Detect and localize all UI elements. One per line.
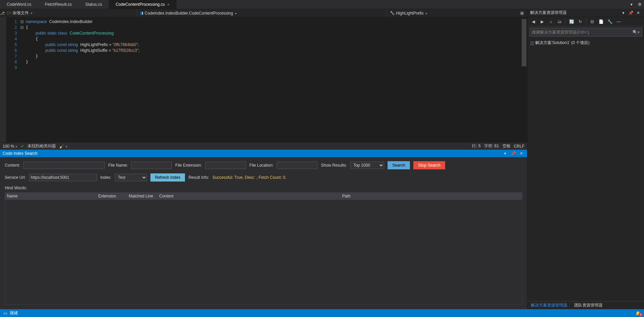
eol-mode[interactable]: CRLF (514, 144, 524, 149)
code-editor[interactable]: 123456789 ⊟⊟ namespace CodeIndex.IndexBu… (0, 17, 527, 142)
dropdown-icon[interactable]: ▾ (628, 1, 635, 7)
refresh-icon[interactable]: ↻ (577, 18, 584, 25)
member-dropdown[interactable]: HighLightPrefix (396, 11, 427, 16)
stop-search-button[interactable]: Stop Search (413, 161, 445, 169)
editor-status-bar: 100 % ✔ 未找到相关问题 🧹 行: 5 字符: 61 空格 CRLF (0, 142, 527, 150)
serviceurl-label: Service Url: (5, 175, 26, 180)
show-all-icon[interactable]: 📄 (597, 18, 605, 25)
filename-input[interactable] (131, 162, 172, 169)
dropdown-icon[interactable]: ▾ (620, 10, 626, 16)
th-extension[interactable]: Extension (98, 194, 129, 198)
resultinfo-label: Result Info: (188, 175, 209, 180)
tab-codeword[interactable]: CodeWord.cs (0, 0, 38, 9)
fileext-input[interactable] (205, 162, 246, 169)
sync-icon[interactable]: 🔄 (568, 18, 575, 25)
status-bar: ▭ 就绪 🔔3 (0, 309, 644, 317)
hintwords-label: Hind Words: (5, 186, 27, 190)
showresults-select[interactable]: Top 1000 (350, 162, 384, 169)
line-number-gutter: 123456789 (6, 17, 20, 142)
class-dropdown[interactable]: CodeIndex.IndexBuilder.CodeContentProces… (145, 11, 237, 16)
split-editor-icon[interactable]: ⊞ (519, 10, 525, 16)
cursor-line: 行: 5 (472, 143, 480, 149)
tab-codecontentprocessing[interactable]: CodeContentProcessing.cs✕ (109, 0, 176, 9)
scrollbar-thumb[interactable] (522, 19, 526, 66)
showresults-label: Show Results: (321, 163, 347, 168)
tab-fetchresult[interactable]: FetchResult.cs (38, 0, 78, 9)
navigation-bar: ⎇ C# 杂项文件 ◨ CodeIndex.IndexBuilder.CodeC… (0, 9, 527, 17)
content-input[interactable] (23, 162, 105, 169)
issues-text[interactable]: 未找到相关问题 (27, 143, 56, 149)
th-name[interactable]: Name (7, 194, 98, 198)
dropdown-icon[interactable]: ▾ (502, 150, 508, 156)
panel-title-bar[interactable]: Code Index Search ▾ 📌 ✕ (0, 150, 527, 157)
close-icon[interactable]: ✕ (167, 3, 170, 6)
solution-explorer-title[interactable]: 解决方案资源管理器 ▾ 📌 ✕ (527, 9, 644, 17)
solution-search-input[interactable]: 搜索解决方案资源管理器(Ctrl+;) 🔍▾ (529, 28, 642, 37)
gear-icon[interactable]: ⚙ (637, 1, 643, 7)
code-content[interactable]: namespace CodeIndex.IndexBuilder { publi… (24, 17, 527, 142)
vertical-tab-icon[interactable]: ⎇ (0, 11, 5, 16)
filename-label: File Name: (108, 163, 128, 168)
indent-mode[interactable]: 空格 (502, 143, 511, 149)
fileext-label: File Extension: (175, 163, 202, 168)
fileloc-label: File Location: (249, 163, 273, 168)
home-icon[interactable]: ⌂ (547, 18, 555, 25)
pin-icon[interactable]: 📌 (628, 10, 634, 16)
collapse-icon[interactable]: ⊟ (588, 18, 596, 25)
solution-node[interactable]: ◫ 解决方案'Solution1' (0 个项目) (530, 40, 641, 46)
cursor-col: 字符: 61 (484, 143, 499, 149)
tab-status[interactable]: Status.cs (79, 0, 109, 9)
properties-icon[interactable]: 🔧 (606, 18, 614, 25)
tab-solution-explorer[interactable]: 解决方案资源管理器 (527, 301, 571, 310)
csharp-icon: C# (7, 11, 11, 15)
content-label: Content: (5, 163, 20, 168)
solution-explorer-toolbar: ◀ ▶ ⌂ 🗂 🔄 ↻ ⊟ 📄 🔧 — (527, 17, 644, 26)
window-icon[interactable]: ▭ (3, 311, 7, 316)
solution-icon: ◫ (530, 41, 534, 45)
notifications-icon[interactable]: 🔔3 (636, 311, 641, 316)
document-tabs: CodeWord.cs FetchResult.cs Status.cs Cod… (0, 0, 644, 9)
fileloc-input[interactable] (277, 162, 317, 169)
fold-gutter[interactable]: ⊟⊟ (20, 17, 24, 142)
close-icon[interactable]: ✕ (518, 150, 524, 156)
status-ready: 就绪 (10, 310, 18, 316)
pin-icon[interactable]: 📌 (510, 150, 516, 156)
preview-icon[interactable]: — (615, 18, 622, 25)
search-button[interactable]: Search (388, 161, 410, 169)
field-icon: 🔧 (390, 11, 395, 15)
class-icon: ◨ (140, 11, 143, 15)
solution-explorer: 解决方案资源管理器 ▾ 📌 ✕ ◀ ▶ ⌂ 🗂 🔄 ↻ ⊟ 📄 🔧 — 搜索解决… (527, 9, 644, 309)
search-icon[interactable]: 🔍▾ (632, 30, 640, 35)
resultinfo-value: Successful: True, Desc: , Fetch Count: 0… (212, 175, 286, 180)
back-icon[interactable]: ◀ (529, 18, 537, 25)
issues-dropdown[interactable]: 🧹 (59, 144, 67, 149)
refresh-index-button[interactable]: Refresh Index (150, 173, 185, 182)
solution-tree[interactable]: ◫ 解决方案'Solution1' (0 个项目) (527, 38, 644, 301)
forward-icon[interactable]: ▶ (538, 18, 546, 25)
results-table-body[interactable] (5, 200, 522, 304)
results-table-header: Name Extension Matched Line Content Path (5, 192, 522, 200)
ok-icon: ✔ (21, 144, 24, 149)
close-icon[interactable]: ✕ (635, 10, 641, 16)
sidebar-tabs: 解决方案资源管理器 团队资源管理器 (527, 301, 644, 309)
th-matched-line[interactable]: Matched Line (129, 194, 159, 198)
index-label: Index: (100, 175, 111, 180)
zoom-level[interactable]: 100 % (3, 144, 17, 149)
th-path[interactable]: Path (342, 194, 351, 198)
panel-title: Code Index Search (3, 151, 38, 156)
project-dropdown[interactable]: 杂项文件 (13, 10, 33, 16)
switch-views-icon[interactable]: 🗂 (556, 18, 563, 25)
tab-team-explorer[interactable]: 团队资源管理器 (571, 301, 606, 310)
index-select[interactable]: Test (115, 174, 147, 181)
main-layout: ⎇ C# 杂项文件 ◨ CodeIndex.IndexBuilder.CodeC… (0, 9, 644, 309)
code-index-search-panel: Code Index Search ▾ 📌 ✕ Content: File Na… (0, 150, 527, 309)
th-content[interactable]: Content (159, 194, 342, 198)
serviceurl-input[interactable] (29, 174, 97, 181)
